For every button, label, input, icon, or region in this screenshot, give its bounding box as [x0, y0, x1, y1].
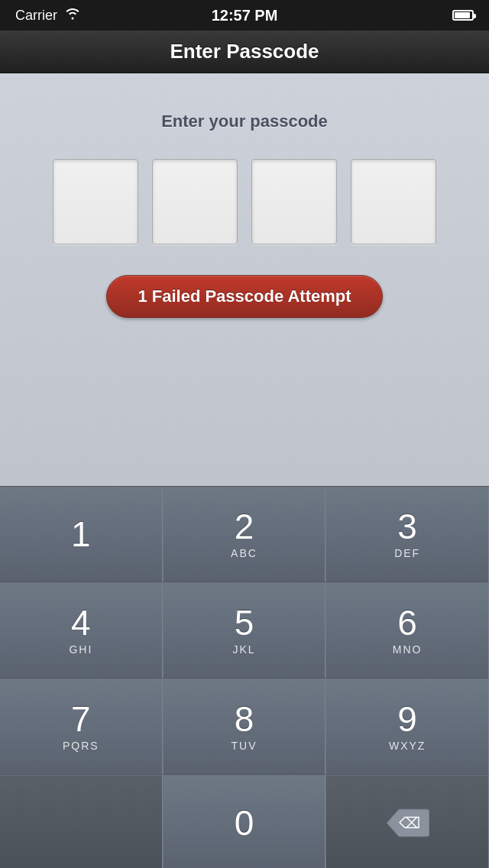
key-5[interactable]: 5 JKL	[164, 583, 326, 679]
key-0[interactable]: 0	[164, 776, 326, 868]
key-6-number: 6	[397, 605, 417, 640]
status-left: Carrier	[15, 8, 80, 24]
passcode-box-3	[251, 159, 337, 245]
failed-passcode-text: 1 Failed Passcode Attempt	[138, 287, 351, 306]
key-9-letters: WXYZ	[389, 740, 426, 752]
key-9[interactable]: 9 WXYZ	[326, 679, 489, 775]
svg-text:⌫: ⌫	[399, 815, 420, 831]
key-1[interactable]: 1	[0, 487, 163, 582]
title-bar: Enter Passcode	[0, 31, 489, 73]
passcode-box-4	[351, 159, 436, 245]
key-3[interactable]: 3 DEF	[326, 487, 489, 582]
status-time: 12:57 PM	[212, 7, 278, 24]
key-delete[interactable]: ⌫	[326, 776, 489, 868]
keyboard: 1 2 ABC 3 DEF 4 GHI 5 JKL 6 MNO 7 PQRS 8…	[0, 486, 489, 868]
key-7-number: 7	[71, 701, 91, 737]
status-right	[452, 10, 474, 21]
key-6-letters: MNO	[393, 643, 423, 656]
passcode-boxes	[53, 159, 436, 245]
key-2-letters: ABC	[231, 547, 257, 559]
key-8-letters: TUV	[231, 740, 257, 752]
key-3-letters: DEF	[394, 547, 420, 559]
wifi-icon	[65, 8, 80, 23]
page-title: Enter Passcode	[170, 40, 319, 63]
passcode-area: Enter your passcode 1 Failed Passcode At…	[0, 73, 489, 486]
key-4-number: 4	[71, 605, 91, 640]
passcode-prompt: Enter your passcode	[161, 112, 328, 131]
key-8-number: 8	[235, 701, 254, 737]
status-bar: Carrier 12:57 PM	[0, 0, 489, 31]
key-5-number: 5	[235, 605, 254, 640]
passcode-box-2	[152, 159, 238, 245]
passcode-box-1	[53, 159, 138, 245]
key-3-number: 3	[397, 509, 417, 544]
key-7[interactable]: 7 PQRS	[0, 679, 163, 775]
key-empty	[0, 776, 163, 868]
key-6[interactable]: 6 MNO	[326, 583, 489, 679]
key-2-number: 2	[235, 509, 254, 544]
key-5-letters: JKL	[232, 643, 255, 656]
key-9-number: 9	[397, 701, 417, 737]
key-4-letters: GHI	[69, 643, 92, 656]
key-4[interactable]: 4 GHI	[0, 583, 163, 679]
delete-icon: ⌫	[385, 808, 429, 837]
key-2[interactable]: 2 ABC	[164, 487, 326, 582]
carrier-label: Carrier	[15, 8, 57, 24]
failed-passcode-badge: 1 Failed Passcode Attempt	[106, 275, 382, 318]
key-1-number: 1	[71, 517, 91, 552]
key-7-letters: PQRS	[63, 740, 99, 752]
battery-icon	[452, 10, 474, 21]
key-0-number: 0	[235, 805, 254, 840]
key-8[interactable]: 8 TUV	[164, 679, 326, 775]
